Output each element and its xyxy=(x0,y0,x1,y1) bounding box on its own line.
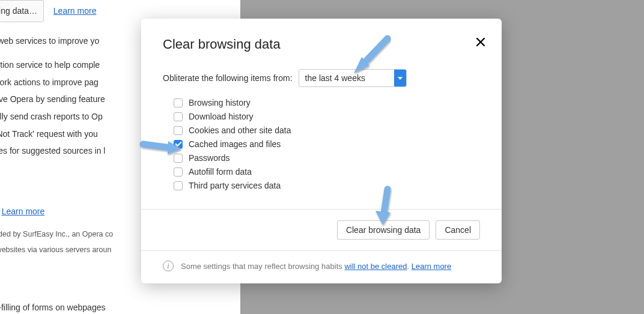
checkbox-label: Autofill form data xyxy=(189,167,252,177)
checkbox-row[interactable]: Third party services data xyxy=(174,181,480,190)
checkbox-label: Browsing history xyxy=(189,98,251,107)
checkbox-label: Cookies and other site data xyxy=(189,125,291,135)
checkbox-icon[interactable] xyxy=(174,181,183,190)
time-range-value: the last 4 weeks xyxy=(305,73,365,83)
checkbox-row[interactable]: Browsing history xyxy=(174,98,480,107)
checkbox-row[interactable]: Passwords xyxy=(174,153,480,163)
learn-more-link[interactable]: Learn more xyxy=(53,6,97,16)
clear-browsing-data-button[interactable]: Clear browsing data xyxy=(337,220,430,240)
dialog-title: Clear browsing data xyxy=(163,37,480,52)
checkbox-icon[interactable] xyxy=(174,140,183,149)
cancel-button[interactable]: Cancel xyxy=(436,220,480,240)
obliterate-label: Obliterate the following items from: xyxy=(163,73,293,83)
checkbox-row[interactable]: Autofill form data xyxy=(174,167,480,177)
close-icon xyxy=(476,37,485,49)
vpn-learn-more-link[interactable]: Learn more xyxy=(2,207,45,216)
footer-learn-more-link[interactable]: Learn more xyxy=(412,262,451,271)
chevron-down-icon xyxy=(394,70,406,86)
checkbox-label: Third party services data xyxy=(189,181,281,190)
footer-text: Some settings that may reflect browsing … xyxy=(181,262,451,271)
close-button[interactable] xyxy=(472,34,490,52)
info-icon: i xyxy=(163,261,174,271)
not-cleared-link[interactable]: will not be cleared xyxy=(344,262,407,271)
checkbox-icon[interactable] xyxy=(174,168,183,177)
checkbox-row[interactable]: Cookies and other site data xyxy=(174,125,480,135)
checkbox-icon[interactable] xyxy=(174,126,183,135)
checkbox-row[interactable]: Cached images and files xyxy=(174,139,480,149)
clear-browsing-data-dialog: Clear browsing data Obliterate the follo… xyxy=(141,19,502,283)
checkbox-row[interactable]: Download history xyxy=(174,112,480,121)
checkbox-icon[interactable] xyxy=(174,98,183,107)
checkbox-icon[interactable] xyxy=(174,112,183,121)
bg-text: auto-filling of forms on webpages xyxy=(0,300,228,314)
checkbox-label: Download history xyxy=(189,112,253,121)
browsing-data-button-cutoff[interactable]: wsing data… xyxy=(0,0,44,22)
checkbox-label: Passwords xyxy=(189,153,229,163)
time-range-select[interactable]: the last 4 weeks xyxy=(299,69,407,87)
checkbox-label: Cached images and files xyxy=(189,139,281,149)
checkbox-icon[interactable] xyxy=(174,154,183,163)
